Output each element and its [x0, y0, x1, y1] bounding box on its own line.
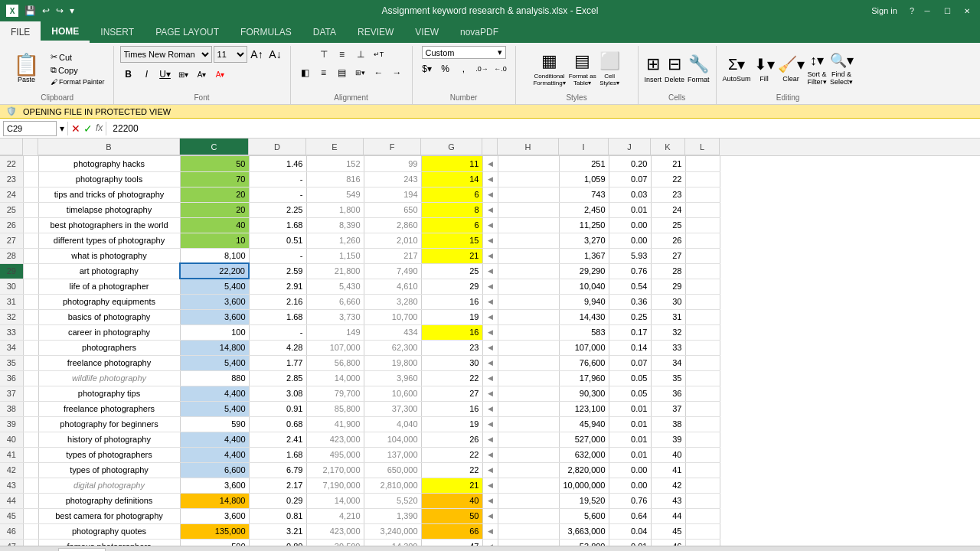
row-number[interactable]: 31 [0, 294, 23, 309]
cell-l[interactable] [685, 217, 720, 233]
cell-keyword[interactable]: history of photography [38, 432, 180, 447]
cell-e[interactable]: 56,800 [306, 355, 364, 370]
clear-button[interactable]: 🧹▾ Clear [778, 55, 805, 83]
cell-f[interactable]: 137,000 [364, 447, 421, 462]
cell-volume[interactable]: 22,200 [180, 263, 249, 279]
cell-f[interactable]: 2,010 [364, 233, 421, 248]
cell-volume[interactable]: 40 [180, 217, 249, 233]
tab-pagelayout[interactable]: PAGE LAYOUT [145, 21, 230, 43]
restore-button[interactable]: ☐ [940, 5, 954, 16]
cell-i[interactable]: 10,000,000 [559, 478, 609, 493]
cell-keyword[interactable]: basics of photography [38, 309, 180, 324]
cell-j[interactable]: 0.14 [609, 340, 651, 355]
cell-f[interactable]: 37,300 [364, 401, 421, 416]
cell-keyword[interactable]: types of photographers [38, 447, 180, 462]
cell-f[interactable]: 434 [364, 324, 421, 340]
cell-k[interactable]: 24 [651, 202, 685, 217]
cell-i[interactable]: 632,000 [559, 447, 609, 462]
cell-i[interactable]: 53,800 [559, 539, 609, 546]
cell-g[interactable]: 8 [421, 202, 482, 217]
cell-k[interactable]: 22 [651, 171, 685, 187]
cell-f[interactable]: 243 [364, 171, 421, 187]
cell-h[interactable] [498, 309, 559, 324]
cell-f[interactable]: 217 [364, 248, 421, 263]
cell-f[interactable]: 10,600 [364, 386, 421, 401]
cell-j[interactable]: 0.05 [609, 386, 651, 401]
cell-g[interactable]: 6 [421, 187, 482, 202]
save-icon[interactable]: 💾 [23, 4, 38, 18]
cell-i[interactable]: 76,600 [559, 355, 609, 370]
cell-k[interactable]: 33 [651, 340, 685, 355]
cell-keyword[interactable]: photography for beginners [38, 416, 180, 432]
cell-cpc[interactable]: 0.68 [249, 416, 306, 432]
number-format-dropdown[interactable]: Custom ▾ [422, 46, 506, 59]
underline-button[interactable]: U▾ [157, 66, 174, 83]
cell-g[interactable]: 29 [421, 279, 482, 294]
cell-keyword[interactable]: photography equipments [38, 294, 180, 309]
cell-cpc[interactable]: 3.08 [249, 386, 306, 401]
cell-g[interactable]: 47 [421, 539, 482, 546]
increase-font-button[interactable]: A↑ [249, 46, 266, 63]
cell-volume[interactable]: 100 [180, 324, 249, 340]
signin-button[interactable]: Sign in [871, 6, 897, 15]
cell-k[interactable]: 29 [651, 279, 685, 294]
cell-g[interactable]: 27 [421, 386, 482, 401]
cell-l[interactable] [685, 539, 720, 546]
decimal-decrease-button[interactable]: ←.0 [492, 60, 509, 77]
cell-keyword[interactable]: freelance photographers [38, 401, 180, 416]
cell-volume[interactable]: 70 [180, 171, 249, 187]
cell-h[interactable] [498, 156, 559, 171]
cell-i[interactable]: 14,430 [559, 309, 609, 324]
cell-k[interactable]: 30 [651, 294, 685, 309]
cell-f[interactable]: 5,520 [364, 493, 421, 508]
tab-formulas[interactable]: FORMULAS [230, 21, 302, 43]
cell-g[interactable]: 22 [421, 447, 482, 462]
cell-k[interactable]: 28 [651, 263, 685, 279]
cell-k[interactable]: 26 [651, 233, 685, 248]
cell-f[interactable]: 14,300 [364, 539, 421, 546]
cell-j[interactable]: 0.01 [609, 447, 651, 462]
cell-h[interactable] [498, 202, 559, 217]
cell-e[interactable]: 1,150 [306, 248, 364, 263]
cell-i[interactable]: 29,290 [559, 263, 609, 279]
cell-l[interactable] [685, 294, 720, 309]
cell-keyword[interactable]: art photography [38, 263, 180, 279]
cell-k[interactable]: 46 [651, 539, 685, 546]
cell-l[interactable] [685, 233, 720, 248]
cell-volume[interactable]: 5,400 [180, 355, 249, 370]
cell-f[interactable]: 650 [364, 202, 421, 217]
cell-f[interactable]: 99 [364, 156, 421, 171]
cell-f[interactable]: 194 [364, 187, 421, 202]
cell-k[interactable]: 35 [651, 370, 685, 386]
cell-f[interactable]: 104,000 [364, 432, 421, 447]
cell-volume[interactable]: 4,400 [180, 432, 249, 447]
copy-button[interactable]: ⧉ Copy [48, 64, 107, 76]
cell-keyword[interactable]: best camera for photography [38, 508, 180, 523]
cell-i[interactable]: 3,663,000 [559, 523, 609, 539]
cell-g[interactable]: 21 [421, 248, 482, 263]
align-middle-button[interactable]: ≡ [334, 46, 351, 63]
cell-j[interactable]: 0.07 [609, 171, 651, 187]
cell-k[interactable]: 27 [651, 248, 685, 263]
cell-h[interactable] [498, 401, 559, 416]
border-button[interactable]: ⊞▾ [175, 66, 192, 83]
cell-l[interactable] [685, 386, 720, 401]
cell-g[interactable]: 25 [421, 263, 482, 279]
cell-cpc[interactable]: 1.68 [249, 309, 306, 324]
cell-k[interactable]: 39 [651, 432, 685, 447]
cell-keyword[interactable]: photography definitions [38, 493, 180, 508]
cell-e[interactable]: 2,170,000 [306, 462, 364, 478]
row-number[interactable]: 29 [0, 263, 23, 279]
cell-k[interactable]: 36 [651, 386, 685, 401]
cell-g[interactable]: 19 [421, 416, 482, 432]
col-header-D[interactable]: D [249, 139, 306, 155]
cell-i[interactable]: 3,270 [559, 233, 609, 248]
cell-g[interactable]: 16 [421, 401, 482, 416]
cell-f[interactable]: 2,810,000 [364, 478, 421, 493]
cell-j[interactable]: 0.54 [609, 279, 651, 294]
cancel-formula-icon[interactable]: ✕ [71, 122, 80, 135]
cell-j[interactable]: 0.01 [609, 539, 651, 546]
cell-f[interactable]: 62,300 [364, 340, 421, 355]
cell-e[interactable]: 85,800 [306, 401, 364, 416]
cell-l[interactable] [685, 263, 720, 279]
